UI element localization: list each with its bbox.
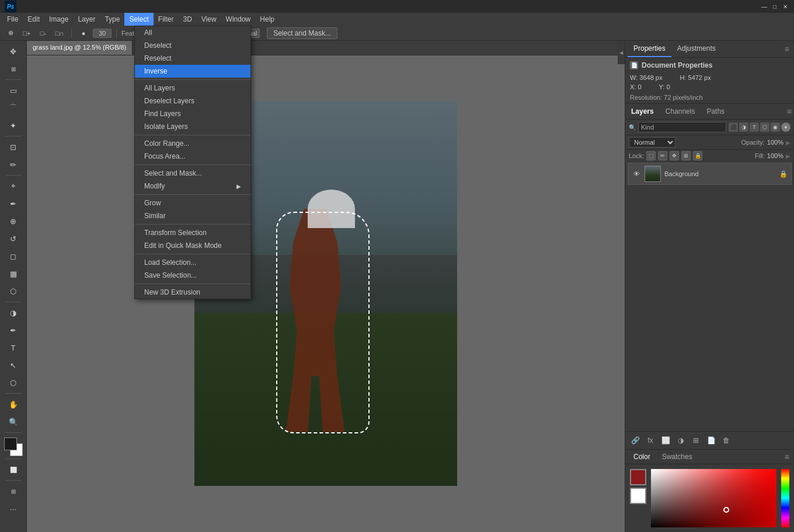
menu-edit[interactable]: Edit [23, 13, 44, 26]
move-tool[interactable]: ✥ [5, 43, 22, 60]
clone-tool[interactable]: ⊕ [5, 213, 22, 229]
blur-tool[interactable]: ⬡ [5, 283, 22, 299]
subtract-selection-btn[interactable]: □- [36, 27, 50, 40]
menu-transform-selection[interactable]: Transform Selection [135, 226, 250, 239]
color-swatches[interactable] [4, 438, 23, 456]
lock-transparent-icon[interactable]: ⬚ [646, 151, 656, 160]
shape-tool[interactable]: ⬡ [5, 374, 22, 391]
maximize-button[interactable]: □ [771, 2, 779, 10]
menu-all-layers[interactable]: All Layers [135, 82, 250, 94]
menu-select-and-mask[interactable]: Select and Mask... [135, 167, 250, 180]
menu-edit-quick-mask[interactable]: Edit in Quick Mask Mode [135, 239, 250, 252]
add-layer-btn[interactable]: 📄 [705, 434, 718, 447]
filter-toggle[interactable]: ● [781, 123, 790, 132]
lasso-tool[interactable]: ⌒ [5, 100, 22, 116]
menu-deselect[interactable]: Deselect [135, 39, 250, 52]
tool-options-btn[interactable]: ⊕ [4, 27, 18, 40]
layer-visibility-icon[interactable]: 👁 [632, 169, 641, 178]
screen-mode-btn[interactable]: ⊞ [5, 483, 22, 499]
menu-file[interactable]: File [2, 13, 23, 26]
tab-adjustments[interactable]: Adjustments [671, 41, 722, 57]
filter-adjust-icon[interactable]: ◑ [739, 123, 748, 132]
menu-modify[interactable]: Modify ▶ [135, 180, 250, 192]
menu-isolate-layers[interactable]: Isolate Layers [135, 120, 250, 133]
opacity-value[interactable]: 100% [767, 139, 783, 146]
canvas-tab-active[interactable]: grass land.jpg @ 12.5% (RGB/8) [27, 41, 133, 55]
tab-channels[interactable]: Channels [660, 104, 701, 119]
menu-help[interactable]: Help [255, 13, 279, 26]
filter-shape-icon[interactable]: ⬡ [760, 123, 769, 132]
menu-reselect[interactable]: Reselect [135, 52, 250, 65]
delete-layer-btn[interactable]: 🗑 [720, 434, 733, 447]
foreground-color[interactable] [4, 438, 17, 450]
tab-color[interactable]: Color [628, 450, 656, 464]
blend-mode-select[interactable]: Normal Multiply Screen [629, 137, 675, 148]
menu-select[interactable]: Select [124, 13, 153, 26]
add-adjustment-btn[interactable]: ◑ [674, 434, 687, 447]
filter-smart-icon[interactable]: ◉ [771, 123, 780, 132]
marquee-tool[interactable]: ▭ [5, 82, 22, 99]
menu-save-selection[interactable]: Save Selection... [135, 269, 250, 282]
menu-type[interactable]: Type [100, 13, 124, 26]
wand-tool[interactable]: ✦ [5, 117, 22, 134]
menu-view[interactable]: View [197, 13, 221, 26]
menu-color-range[interactable]: Color Range... [135, 137, 250, 150]
menu-window[interactable]: Window [221, 13, 256, 26]
menu-new-3d-extrusion[interactable]: New 3D Extrusion [135, 286, 250, 299]
gradient-tool[interactable]: ▦ [5, 265, 22, 282]
layers-menu-icon[interactable]: ≡ [785, 104, 794, 118]
dodge-tool[interactable]: ◑ [5, 304, 22, 321]
fill-value[interactable]: 100% [767, 152, 783, 159]
menu-deselect-layers[interactable]: Deselect Layers [135, 94, 250, 107]
lock-image-icon[interactable]: ✏ [658, 151, 667, 160]
menu-focus-area[interactable]: Focus Area... [135, 150, 250, 163]
color-gradient[interactable] [651, 469, 776, 527]
panel-menu-icon[interactable]: ≡ [782, 42, 792, 56]
color-panel-menu-icon[interactable]: ≡ [782, 450, 792, 464]
add-layer-style-btn[interactable]: fx [644, 434, 657, 447]
hand-tool[interactable]: ✋ [5, 396, 22, 412]
add-group-btn[interactable]: ⊞ [689, 434, 702, 447]
menu-3d[interactable]: 3D [178, 13, 196, 26]
quick-mask-btn[interactable]: ⬜ [5, 461, 22, 478]
menu-find-layers[interactable]: Find Layers [135, 107, 250, 120]
brush-size[interactable]: 30 [93, 29, 112, 38]
more-tools-btn[interactable]: ··· [5, 501, 22, 517]
pen-tool[interactable]: ✒ [5, 322, 22, 338]
menu-grow[interactable]: Grow [135, 197, 250, 209]
lock-position-icon[interactable]: ✥ [670, 151, 679, 160]
lock-artboard-icon[interactable]: ⊞ [681, 151, 691, 160]
menu-filter[interactable]: Filter [154, 13, 179, 26]
zoom-tool[interactable]: 🔍 [5, 414, 22, 430]
menu-load-selection[interactable]: Load Selection... [135, 256, 250, 269]
intersect-selection-btn[interactable]: □∩ [53, 27, 67, 40]
eyedropper-tool[interactable]: ✏ [5, 156, 22, 173]
menu-all[interactable]: All [135, 26, 250, 39]
eraser-tool[interactable]: ◻ [5, 248, 22, 264]
crop-tool[interactable]: ⊡ [5, 139, 22, 155]
brush-tool[interactable]: ✒ [5, 195, 22, 212]
history-brush-tool[interactable]: ↺ [5, 230, 22, 247]
foreground-swatch[interactable] [630, 469, 646, 485]
add-mask-btn[interactable]: ⬜ [659, 434, 672, 447]
close-button[interactable]: ✕ [781, 2, 789, 10]
link-layers-btn[interactable]: 🔗 [629, 434, 642, 447]
path-select-tool[interactable]: ↖ [5, 357, 22, 373]
filter-pixel-icon[interactable]: ⬛ [729, 123, 738, 132]
layer-background[interactable]: 👁 Background 🔒 [628, 163, 792, 185]
add-selection-btn[interactable]: □+ [20, 27, 34, 40]
background-swatch[interactable] [630, 488, 646, 504]
menu-layer[interactable]: Layer [73, 13, 100, 26]
tab-paths[interactable]: Paths [701, 104, 730, 119]
select-mask-button[interactable]: Select and Mask... [267, 27, 337, 39]
filter-type-icon[interactable]: T [750, 123, 759, 132]
collapse-left-panel[interactable]: ◀ [618, 41, 625, 64]
menu-inverse[interactable]: Inverse [135, 65, 250, 78]
artboard-tool[interactable]: ⊞ [5, 61, 22, 77]
kind-dropdown[interactable]: Kind [638, 122, 726, 132]
tab-properties[interactable]: Properties [628, 41, 671, 57]
tab-layers[interactable]: Layers [625, 104, 660, 119]
minimize-button[interactable]: — [760, 2, 768, 10]
lock-all-icon[interactable]: 🔒 [693, 151, 702, 160]
brush-icon[interactable]: ● [76, 27, 90, 40]
